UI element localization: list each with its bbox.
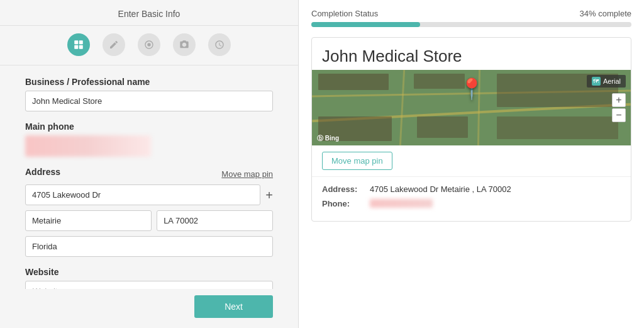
phone-info-row: Phone: — [322, 199, 621, 208]
move-pin-section: Move map pin — [312, 145, 631, 177]
map-background: 📍 🗺 Aerial + − ⓑ Bing — [312, 70, 631, 145]
move-map-pin-button[interactable]: Move map pin — [322, 152, 392, 170]
phone-input-blurred[interactable] — [25, 135, 151, 157]
form-footer: Next — [0, 289, 298, 328]
website-input[interactable] — [25, 281, 273, 289]
step-icon-2[interactable] — [103, 33, 125, 56]
left-panel: Enter Basic Info — [0, 0, 299, 328]
add-address-line-button[interactable]: + — [265, 189, 273, 201]
address-info-label: Address: — [322, 184, 360, 194]
phone-info-label: Phone: — [322, 199, 360, 208]
country-input[interactable] — [25, 236, 273, 257]
address-info-value: 4705 Lakewood Dr Metairie , LA 70002 — [370, 184, 511, 194]
address-label: Address — [25, 167, 60, 177]
address-line1-row: + — [25, 184, 273, 205]
progress-bar-background — [311, 22, 631, 27]
move-map-pin-link[interactable]: Move map pin — [221, 169, 273, 179]
step-icon-5[interactable] — [208, 33, 231, 56]
aerial-label: Aerial — [603, 77, 621, 85]
svg-rect-0 — [74, 40, 78, 44]
zoom-in-button[interactable]: + — [612, 93, 626, 107]
city-input[interactable] — [25, 210, 152, 231]
svg-point-4 — [147, 43, 150, 46]
bing-logo: ⓑ Bing — [317, 134, 339, 143]
svg-rect-2 — [74, 45, 78, 49]
form-header: Enter Basic Info — [0, 0, 298, 26]
step-icons — [0, 26, 298, 65]
main-phone-field: Main phone — [25, 122, 273, 157]
map-container: 📍 🗺 Aerial + − ⓑ Bing — [312, 70, 631, 145]
business-name-input[interactable] — [25, 91, 273, 111]
address-info-row: Address: 4705 Lakewood Dr Metairie , LA … — [322, 184, 621, 194]
right-panel: Completion Status 34% complete John Medi… — [299, 0, 644, 328]
main-phone-label: Main phone — [25, 122, 273, 132]
completion-row: Completion Status 34% complete — [311, 9, 631, 18]
svg-rect-3 — [79, 45, 83, 49]
preview-info: Address: 4705 Lakewood Dr Metairie , LA … — [312, 177, 631, 221]
address-header: Address Move map pin — [25, 167, 273, 181]
aerial-button[interactable]: 🗺 Aerial — [587, 75, 626, 88]
zoom-out-button[interactable]: − — [612, 108, 626, 122]
completion-pct-label: 34% complete — [580, 9, 631, 18]
preview-business-name: John Medical Store — [312, 38, 631, 70]
preview-card: John Medical Store 📍 🗺 Aerial — [311, 37, 631, 222]
aerial-icon: 🗺 — [592, 77, 601, 86]
map-zoom-controls: + − — [612, 93, 626, 122]
state-zip-input[interactable] — [157, 210, 273, 231]
city-state-row — [25, 210, 273, 231]
progress-bar-fill — [311, 22, 420, 27]
phone-info-blurred — [370, 199, 433, 208]
step-icon-1[interactable] — [67, 33, 90, 56]
website-field: Website — [25, 267, 273, 289]
next-button[interactable]: Next — [194, 295, 273, 318]
form-title: Enter Basic Info — [118, 9, 180, 19]
map-pin: 📍 — [459, 79, 484, 99]
business-name-label: Business / Professional name — [25, 77, 273, 87]
step-icon-3[interactable] — [138, 33, 160, 56]
step-icon-4[interactable] — [173, 33, 196, 56]
svg-rect-1 — [79, 40, 83, 44]
address-field: Address Move map pin + — [25, 167, 273, 257]
completion-label: Completion Status — [311, 9, 378, 18]
form-body: Business / Professional name Main phone … — [0, 65, 298, 289]
business-name-field: Business / Professional name — [25, 77, 273, 111]
address-line1-input[interactable] — [25, 184, 260, 205]
website-label: Website — [25, 267, 273, 277]
